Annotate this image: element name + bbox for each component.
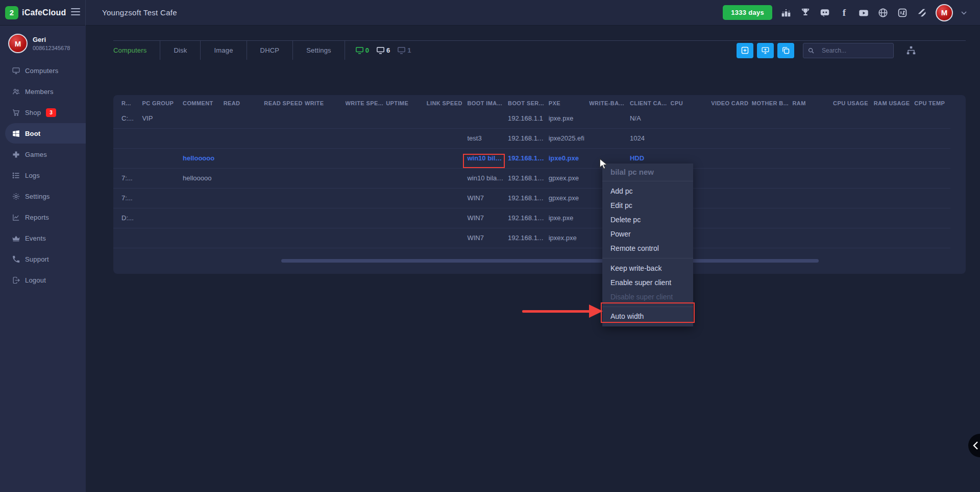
table-row[interactable]: test3192.168.112.1ipxe2025.efi1024 bbox=[113, 128, 950, 148]
column-header[interactable]: R... bbox=[113, 95, 142, 108]
column-header[interactable]: WRITE bbox=[305, 95, 346, 108]
column-header[interactable]: READ bbox=[224, 95, 264, 108]
table-cell bbox=[386, 188, 427, 208]
search-input[interactable] bbox=[822, 47, 889, 54]
table-cell bbox=[833, 148, 874, 168]
table-cell: ipxe.pxe bbox=[549, 208, 590, 228]
add-pc-icon bbox=[761, 46, 770, 55]
table-cell bbox=[711, 208, 752, 228]
trophy-icon[interactable] bbox=[800, 7, 811, 18]
tab-dhcp[interactable]: DHCP bbox=[247, 41, 293, 60]
table-cell bbox=[874, 168, 915, 188]
license-days-badge[interactable]: 1333 days bbox=[723, 5, 772, 20]
table-row[interactable]: WIN7192.168.112.1ipxex.pxe bbox=[113, 228, 950, 248]
column-header[interactable]: CLIENT CA... bbox=[630, 95, 671, 108]
chevron-down-icon[interactable] bbox=[961, 10, 967, 16]
sidebar-item-support[interactable]: Support bbox=[5, 249, 86, 269]
table-cell bbox=[386, 108, 427, 128]
menu-item-enable-super-client[interactable]: Enable super client bbox=[602, 275, 693, 290]
brand-name: iCafeCloud bbox=[22, 8, 66, 17]
table-cell bbox=[752, 128, 793, 148]
column-header[interactable]: READ SPEED bbox=[264, 95, 305, 108]
column-header[interactable]: MOTHER B... bbox=[752, 95, 793, 108]
table-cell bbox=[427, 108, 468, 128]
sitemap-icon[interactable] bbox=[905, 45, 917, 56]
table-cell bbox=[671, 108, 712, 128]
column-header[interactable]: LINK SPEED bbox=[427, 95, 468, 108]
table-row[interactable]: 7:...WIN7192.168.112.1gpxex.pxe bbox=[113, 188, 950, 208]
column-header[interactable]: COMMENT bbox=[183, 95, 224, 108]
facebook-icon[interactable]: f bbox=[839, 7, 850, 18]
globe-icon[interactable] bbox=[877, 7, 889, 18]
column-header[interactable]: BOOT SER... bbox=[508, 95, 549, 108]
sidebar-item-reports[interactable]: Reports bbox=[5, 207, 86, 227]
menu-item-delete-pc[interactable]: Delete pc bbox=[602, 213, 693, 227]
shop-badge: 3 bbox=[46, 108, 56, 117]
sidebar-item-events[interactable]: Events bbox=[5, 228, 86, 248]
column-header[interactable]: RAM bbox=[792, 95, 833, 108]
table-cell bbox=[914, 108, 950, 128]
table-cell bbox=[833, 188, 874, 208]
table-cell bbox=[914, 228, 950, 248]
menu-item-power[interactable]: Power bbox=[602, 227, 693, 241]
hamburger-menu-icon[interactable] bbox=[71, 8, 80, 17]
column-header[interactable]: CPU TEMP bbox=[914, 95, 950, 108]
table-row[interactable]: D:...WIN7192.168.17.131ipxe.pxe bbox=[113, 208, 950, 228]
column-header[interactable]: RAM USAGE bbox=[874, 95, 915, 108]
table-row[interactable]: 7:...hellooooowin10 bilal;...192.168.1.1… bbox=[113, 168, 950, 188]
icafecloud-site-icon[interactable] bbox=[897, 7, 908, 18]
table-cell: VIP bbox=[142, 108, 183, 128]
menu-item-remote-control[interactable]: Remote control bbox=[602, 241, 693, 255]
sidebar-item-logs[interactable]: Logs bbox=[5, 165, 86, 185]
column-header[interactable]: CPU bbox=[671, 95, 712, 108]
table-cell bbox=[467, 108, 508, 128]
column-header[interactable]: WRITE-BA... bbox=[589, 95, 630, 108]
youtube-icon[interactable] bbox=[858, 7, 869, 18]
table-cell[interactable]: hellooooo bbox=[183, 148, 224, 168]
menu-item-edit-pc[interactable]: Edit pc bbox=[602, 198, 693, 213]
sidebar-item-games[interactable]: Games bbox=[5, 144, 86, 165]
horizontal-scrollbar[interactable] bbox=[281, 259, 819, 263]
youngzsoft-icon[interactable] bbox=[916, 7, 927, 18]
table-cell: ipxe.pxe bbox=[549, 108, 590, 128]
column-header[interactable]: PC GROUP bbox=[142, 95, 183, 108]
column-header[interactable]: UPTIME bbox=[386, 95, 427, 108]
add-button[interactable] bbox=[737, 43, 753, 58]
column-header[interactable]: BOOT IMA... bbox=[467, 95, 508, 108]
edge-panel-toggle[interactable] bbox=[968, 434, 980, 457]
add-pc-button[interactable] bbox=[757, 43, 774, 58]
table-cell bbox=[833, 128, 874, 148]
tab-image[interactable]: Image bbox=[201, 41, 247, 60]
multi-select-button[interactable] bbox=[777, 43, 794, 58]
sidebar-item-settings[interactable]: Settings bbox=[5, 186, 86, 206]
ranking-icon[interactable] bbox=[780, 7, 792, 18]
tab-computers[interactable]: Computers bbox=[113, 41, 160, 60]
table-cell[interactable]: ipxe0.pxe bbox=[549, 148, 590, 168]
column-header[interactable]: PXE bbox=[549, 95, 590, 108]
column-header[interactable]: CPU USAGE bbox=[833, 95, 874, 108]
sidebar-item-members[interactable]: Members bbox=[5, 81, 86, 102]
sidebar-item-computers[interactable]: Computers bbox=[5, 60, 86, 81]
column-header[interactable]: VIDEO CARD bbox=[711, 95, 752, 108]
column-header[interactable]: WRITE SPE... bbox=[346, 95, 386, 108]
table-row[interactable]: C:...VIP192.168.1.1ipxe.pxeN/A bbox=[113, 108, 950, 128]
cart-icon bbox=[12, 108, 20, 117]
table-cell bbox=[833, 108, 874, 128]
sidebar-user[interactable]: M Geri 008612345678 bbox=[0, 26, 86, 58]
sidebar-item-shop[interactable]: Shop 3 bbox=[5, 102, 86, 123]
table-cell[interactable]: 192.168.1.1;19... bbox=[508, 148, 549, 168]
discord-icon[interactable] bbox=[819, 7, 830, 18]
sidebar-item-boot[interactable]: Boot bbox=[5, 123, 86, 144]
table-row[interactable]: hellooooowin10 bilal;...192.168.1.1;19..… bbox=[113, 148, 950, 168]
table-cell bbox=[224, 188, 264, 208]
table-cell bbox=[305, 148, 346, 168]
menu-item-add-pc[interactable]: Add pc bbox=[602, 184, 693, 198]
computers-table: R...PC GROUPCOMMENTREADREAD SPEEDWRITEWR… bbox=[113, 95, 950, 248]
menu-item-keep-write-back[interactable]: Keep write-back bbox=[602, 261, 693, 275]
computers-table-card: R...PC GROUPCOMMENTREADREAD SPEEDWRITEWR… bbox=[113, 95, 966, 274]
sidebar-item-logout[interactable]: Logout bbox=[5, 270, 86, 290]
tab-disk[interactable]: Disk bbox=[160, 41, 201, 60]
table-cell bbox=[752, 208, 793, 228]
user-avatar[interactable]: M bbox=[936, 4, 953, 21]
tab-settings[interactable]: Settings bbox=[293, 41, 345, 60]
